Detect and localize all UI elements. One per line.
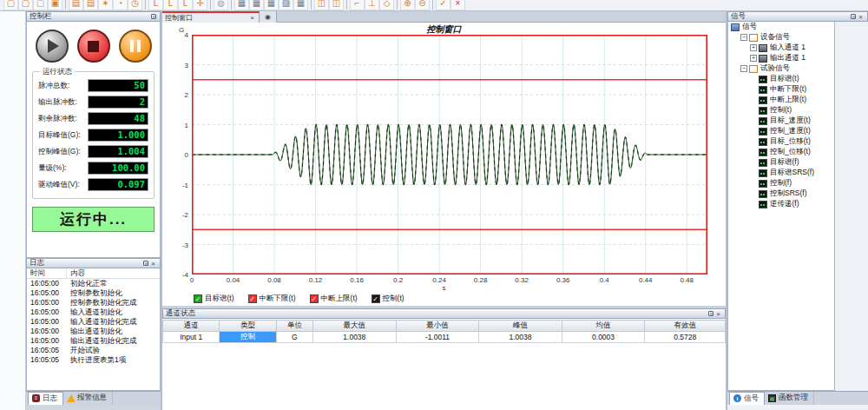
pin-icon[interactable]: [707, 310, 714, 318]
channel-type-cell: 控制: [220, 332, 276, 343]
collapse-icon[interactable]: −: [740, 65, 747, 72]
layout-mixed-icon[interactable]: ▨: [279, 0, 293, 10]
x-tick-label: 0.48: [674, 276, 700, 284]
legend-checkbox[interactable]: ✓: [194, 294, 202, 303]
close-icon[interactable]: ×: [248, 14, 256, 22]
log-row[interactable]: 16:05:00输入通道初始化: [27, 308, 160, 317]
tree-item[interactable]: 控制(f): [728, 178, 834, 188]
zoom-in-icon[interactable]: ⊕: [400, 0, 415, 10]
legend-item[interactable]: ✓中断下限(t): [248, 294, 296, 304]
log-row[interactable]: 16:05:00输入通道初始化完成: [27, 317, 160, 327]
pin-icon[interactable]: [141, 260, 149, 268]
legend-item[interactable]: ✓中断上限(t): [310, 294, 358, 304]
channel-col-header[interactable]: 单位: [276, 321, 312, 332]
collapse-icon[interactable]: −: [740, 34, 747, 41]
tree-item[interactable]: −设备信号: [728, 32, 834, 43]
log-row[interactable]: 16:05:00控制参数初始化: [27, 288, 160, 298]
tree-item[interactable]: 目标谱(t): [728, 74, 834, 84]
window-split-v-icon[interactable]: ◫: [329, 0, 344, 10]
new-project-icon[interactable]: ▢: [33, 0, 48, 10]
close-icon[interactable]: ×: [857, 13, 865, 21]
channel-col-header[interactable]: 最大值: [313, 321, 397, 332]
log-row[interactable]: 16:05:00初始化正常: [27, 279, 160, 288]
settings-icon[interactable]: ✶: [98, 0, 113, 10]
tab-log[interactable]: ≡ 日志: [28, 392, 63, 405]
tree-item[interactable]: 信号: [728, 22, 834, 32]
expand-icon[interactable]: +: [750, 55, 757, 62]
cursor-tool-icon[interactable]: ⌐: [350, 0, 365, 10]
tree-item[interactable]: 逆传递(f): [728, 199, 834, 209]
tree-item[interactable]: 控制SRS(f): [728, 188, 834, 199]
legend-item[interactable]: ✓控制(t): [372, 294, 404, 304]
wave-icon: [759, 180, 767, 188]
print-icon[interactable]: ▤: [83, 0, 98, 10]
start-button[interactable]: [36, 30, 69, 63]
save-all-icon[interactable]: ▢: [18, 0, 33, 10]
tree-item[interactable]: −试验信号: [728, 63, 834, 74]
confirm-icon[interactable]: ✓: [436, 0, 450, 10]
layout-grid-icon[interactable]: ▦: [234, 0, 249, 10]
tab-signal[interactable]: i 信号: [729, 392, 765, 405]
tab-alarm-info[interactable]: 报警信息: [63, 392, 113, 405]
meter-icon[interactable]: ◔: [113, 0, 128, 10]
schedule-icon[interactable]: ◷: [128, 0, 142, 10]
tree-item[interactable]: 中断上限(t): [728, 95, 834, 105]
save-icon[interactable]: ▢: [3, 0, 18, 10]
level-mid-icon[interactable]: L: [163, 0, 178, 10]
legend-checkbox[interactable]: ✓: [248, 294, 257, 303]
channel-col-header[interactable]: 类型: [220, 321, 276, 332]
close-icon[interactable]: ×: [714, 310, 722, 318]
legend-item[interactable]: ✓目标谱(t): [194, 294, 234, 304]
run-status-group: 运行状态 脉冲总数:50输出脉冲数:2剩余脉冲数:48目标峰值(G):1.000…: [32, 71, 155, 199]
channel-col-header[interactable]: 通道: [163, 321, 220, 332]
plot-area[interactable]: [192, 35, 707, 274]
level-high-icon[interactable]: L: [178, 0, 193, 10]
log-row[interactable]: 16:05:00输出通道初始化: [27, 327, 160, 336]
log-row[interactable]: 16:05:00控制参数初始化完成: [27, 298, 160, 308]
tree-item[interactable]: 控制_速度(t): [728, 126, 834, 136]
abort-icon[interactable]: ×: [450, 0, 465, 10]
tree-item[interactable]: 目标_速度(t): [728, 116, 834, 126]
log-row[interactable]: 16:05:05开始试验: [27, 346, 160, 355]
level-low-icon[interactable]: L: [148, 0, 163, 10]
layout-cols-icon[interactable]: ▦: [264, 0, 279, 10]
log-row[interactable]: 16:05:05执行进度表第1项: [27, 355, 160, 365]
import-icon[interactable]: ▣: [48, 0, 62, 10]
channel-col-header[interactable]: 峰值: [479, 321, 562, 332]
tree-item[interactable]: +输出通道 1: [728, 53, 834, 63]
tab-control-window[interactable]: 控制窗口 ×: [162, 11, 260, 23]
close-icon[interactable]: ×: [149, 260, 157, 268]
axis-tool-icon[interactable]: ⊥: [365, 0, 379, 10]
zoom-out-icon[interactable]: ⊖: [415, 0, 430, 10]
tree-item[interactable]: 目标谱(f): [728, 157, 834, 168]
tab-function-manager[interactable]: ▦ 函数管理: [765, 392, 814, 405]
window-split-h-icon[interactable]: ◫: [314, 0, 329, 10]
channel-row[interactable]: Input 1控制G1.0038-1.00111.00380.00030.572…: [163, 332, 726, 343]
tree-item[interactable]: +输入通道 1: [728, 43, 834, 53]
tree-item[interactable]: 控制(t): [728, 105, 834, 116]
channel-col-header[interactable]: 均值: [562, 321, 645, 332]
layout-rows-icon[interactable]: ▦: [249, 0, 264, 10]
y-tick-label: 0: [169, 151, 188, 159]
channel-col-header[interactable]: 最小值: [396, 321, 479, 332]
legend-checkbox[interactable]: ✓: [310, 294, 319, 303]
stop-button[interactable]: [77, 30, 110, 63]
web-icon[interactable]: ◍: [214, 0, 228, 10]
tree-item[interactable]: 控制_位移(t): [728, 147, 834, 157]
pin-icon[interactable]: [849, 13, 857, 21]
pause-button[interactable]: [119, 30, 152, 63]
chart-legend: ✓目标谱(t)✓中断下限(t)✓中断上限(t)✓控制(t): [194, 294, 404, 304]
screenshot-tab[interactable]: ◉: [260, 11, 277, 23]
legend-checkbox[interactable]: ✓: [372, 294, 380, 303]
expand-icon[interactable]: +: [750, 44, 757, 51]
log-row[interactable]: 16:05:00输出通道初始化完成: [27, 336, 160, 346]
channel-col-header[interactable]: 有效值: [645, 321, 726, 332]
report-icon[interactable]: ▤: [69, 0, 83, 10]
layout-single-icon[interactable]: ▦: [293, 0, 308, 10]
tree-item[interactable]: 目标_位移(t): [728, 136, 834, 147]
tree-item[interactable]: 中断下限(t): [728, 84, 834, 95]
pin-icon[interactable]: [149, 13, 157, 21]
manual-control-icon[interactable]: ✛: [193, 0, 207, 10]
tree-item[interactable]: 目标谱SRS(f): [728, 168, 834, 178]
pan-tool-icon[interactable]: ◇: [379, 0, 394, 10]
